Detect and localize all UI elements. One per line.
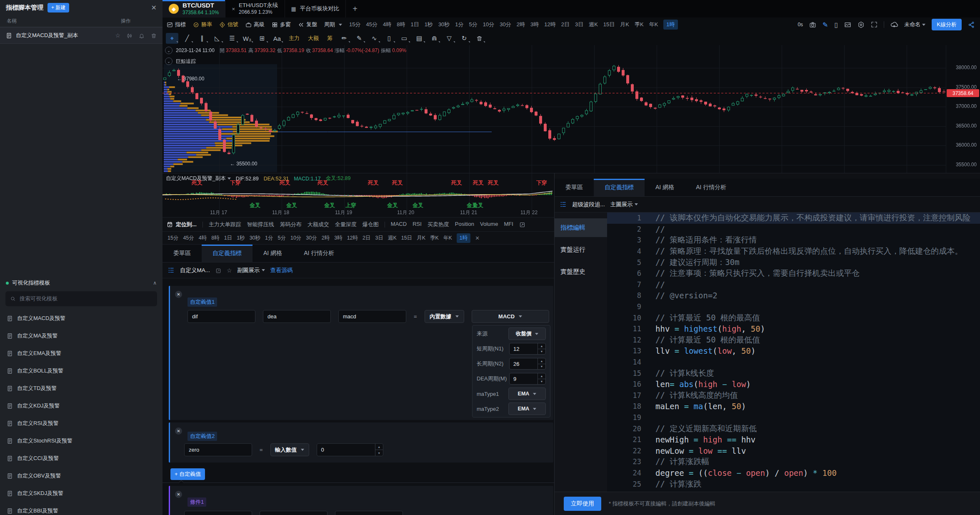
- value-type-dropdown[interactable]: 輸入數值: [270, 443, 309, 456]
- cloud-save-icon[interactable]: [890, 21, 898, 28]
- template-item[interactable]: 自定义CCI及预警: [0, 450, 162, 467]
- indicator-dropdown[interactable]: MACD: [472, 310, 549, 323]
- wave-tool[interactable]: W₃: [241, 33, 253, 44]
- timeframe-12時[interactable]: 12時: [544, 21, 555, 28]
- timeframe-5分[interactable]: 5分: [469, 21, 478, 28]
- star-icon[interactable]: ☆: [227, 267, 232, 274]
- timeframe-1日[interactable]: 1日: [224, 235, 232, 242]
- timeframe-12時[interactable]: 12時: [347, 235, 358, 242]
- timeframe-2時[interactable]: 2時: [517, 21, 525, 28]
- sub-indicator-Volume[interactable]: Volume: [480, 221, 498, 228]
- step-up-icon[interactable]: ▲: [375, 444, 383, 450]
- panel-tab-自定義指標[interactable]: 自定義指標: [202, 245, 252, 262]
- overlay-toggle-筹[interactable]: 筹: [324, 33, 335, 44]
- timeframe-1分[interactable]: 1分: [265, 235, 273, 242]
- view-source-link[interactable]: 查看源碼: [270, 267, 293, 274]
- timeframe-月K[interactable]: 月K: [417, 235, 425, 242]
- candlestick-chart[interactable]: ⌄ 2023-11-24 11:00 開37383.51高37393.32低37…: [162, 45, 980, 173]
- tab-btc-usdt[interactable]: ◆ BTC/USDT 37358.64 1.10%: [162, 0, 225, 18]
- source-type-dropdown[interactable]: 內置數據: [425, 310, 464, 323]
- edit-icon[interactable]: [215, 267, 221, 273]
- add-custom-value-button[interactable]: + 自定義值: [170, 468, 205, 480]
- timeframe-3日[interactable]: 3日: [575, 21, 583, 28]
- template-item[interactable]: 自定义RSI及预警: [0, 415, 162, 432]
- timeframe-季K[interactable]: 季K: [430, 235, 439, 242]
- image-icon[interactable]: [844, 21, 851, 28]
- overlay-indicator-爆仓图[interactable]: 爆仓图: [362, 221, 379, 228]
- trendline-tool[interactable]: ╱: [181, 33, 193, 44]
- timeframe-4時[interactable]: 4時: [383, 21, 391, 28]
- sub-indicator-Position[interactable]: Position: [455, 221, 474, 228]
- overlay-indicator-筹码分布[interactable]: 筹码分布: [280, 221, 302, 228]
- overlay-indicator-主力大单跟踪[interactable]: 主力大单跟踪: [209, 221, 241, 228]
- panel-tab-自定義指標[interactable]: 自定義指標: [594, 179, 645, 196]
- list-icon[interactable]: [560, 201, 567, 208]
- screenshot-icon[interactable]: [809, 21, 816, 28]
- tab-platform-compare[interactable]: ▦ 平台币板块对比: [285, 0, 346, 18]
- var-name-input-1[interactable]: [188, 310, 255, 323]
- var-name-input-3[interactable]: [338, 310, 406, 323]
- alert-bell-icon[interactable]: [139, 32, 145, 39]
- number-stepper[interactable]: 0 ▲▼: [317, 443, 383, 456]
- timeframe-2時[interactable]: 2時: [322, 235, 330, 242]
- menubar-item-周期[interactable]: 周期: [324, 21, 342, 28]
- sub-indicator-RSI[interactable]: RSI: [412, 221, 422, 228]
- levels-tool[interactable]: ☰: [226, 33, 238, 44]
- nav-live-history[interactable]: 實盤歷史: [555, 262, 607, 281]
- step-down-icon[interactable]: ▼: [375, 450, 383, 456]
- panel-tab-AI 行情分析[interactable]: AI 行情分析: [293, 245, 345, 262]
- tab-eth-usdt[interactable]: × ETH/USDT永续 2066.59 1.23%: [225, 0, 285, 18]
- add-tab-button[interactable]: +: [346, 0, 364, 18]
- step-up-icon[interactable]: ▲: [538, 358, 545, 364]
- panel-tab-AI 網格[interactable]: AI 網格: [645, 179, 685, 196]
- panel-tab-委單區[interactable]: 委單區: [162, 245, 202, 262]
- kline-analysis-button[interactable]: K線分析: [932, 19, 962, 30]
- timeframe-30分[interactable]: 30分: [306, 235, 317, 242]
- close-timeframe-icon[interactable]: ✕: [475, 235, 480, 241]
- layout-name-dropdown[interactable]: 未命名: [904, 21, 925, 28]
- timeframe-selected[interactable]: 1時: [457, 233, 470, 243]
- template-item[interactable]: 自定义BOLL及预警: [0, 362, 162, 380]
- triangle-tool[interactable]: ◺: [211, 33, 223, 44]
- delete-icon[interactable]: [151, 32, 157, 39]
- overlay-indicator-智能撑压线[interactable]: 智能撑压线: [247, 221, 274, 228]
- panel-tab-AI 行情分析[interactable]: AI 行情分析: [685, 179, 737, 196]
- refresh-tool[interactable]: ↻: [458, 33, 470, 44]
- close-icon[interactable]: ✕: [175, 491, 182, 498]
- param-dropdown[interactable]: EMA: [508, 402, 546, 415]
- collapse-icon[interactable]: ∧: [153, 280, 157, 286]
- timeframe-季K[interactable]: 季K: [635, 21, 644, 28]
- menubar-item-复盤[interactable]: 复盤: [298, 21, 317, 28]
- menubar-item-信號[interactable]: 信號: [219, 21, 238, 28]
- timeframe-1日[interactable]: 1日: [410, 21, 419, 28]
- magnet-tool[interactable]: ⋒: [428, 33, 440, 44]
- step-up-icon[interactable]: ▲: [538, 373, 545, 379]
- template-item[interactable]: 自定义MA及预警: [0, 327, 162, 345]
- timeframe-3日[interactable]: 3日: [375, 235, 383, 242]
- template-item[interactable]: 自定义StochRSI及预警: [0, 432, 162, 450]
- template-item[interactable]: 自定义EMA及预警: [0, 345, 162, 362]
- timeframe-1分[interactable]: 1分: [455, 21, 463, 28]
- template-item[interactable]: 自定义MACD及预警: [0, 310, 162, 327]
- template-item[interactable]: 自定义KDJ及预警: [0, 397, 162, 415]
- timeframe-8時[interactable]: 8時: [397, 21, 405, 28]
- frame-tool[interactable]: ▯: [383, 33, 395, 44]
- text-tool[interactable]: Aa: [271, 33, 283, 44]
- timeframe-10分[interactable]: 10分: [483, 21, 494, 28]
- timeframe-15分[interactable]: 15分: [168, 235, 178, 242]
- display-mode-dropdown[interactable]: 主圖展示: [610, 201, 638, 208]
- timeframe-15日[interactable]: 15日: [401, 235, 412, 242]
- template-item[interactable]: 自定义TD及预警: [0, 380, 162, 397]
- overlay-indicator-全量深度[interactable]: 全量深度: [335, 221, 357, 228]
- script-name[interactable]: 超级波段追...: [572, 201, 605, 208]
- shape-tool[interactable]: ⊞: [256, 33, 268, 44]
- sub-indicator-MACD[interactable]: MACD: [391, 221, 407, 228]
- panel-icon[interactable]: ▯: [835, 21, 838, 29]
- var-name-input[interactable]: [184, 443, 252, 456]
- param-dropdown[interactable]: 收盤價: [508, 328, 546, 340]
- macd-panel[interactable]: 自定义MACD及预警_副本 DIF:52.89 DEA:52.31 MACD:1…: [162, 173, 554, 218]
- share-icon[interactable]: [968, 21, 975, 28]
- template-section-header[interactable]: 可視化指標模板 ∧: [0, 277, 162, 289]
- timeframe-5分[interactable]: 5分: [278, 235, 285, 242]
- timeframe-8時[interactable]: 8時: [211, 235, 219, 242]
